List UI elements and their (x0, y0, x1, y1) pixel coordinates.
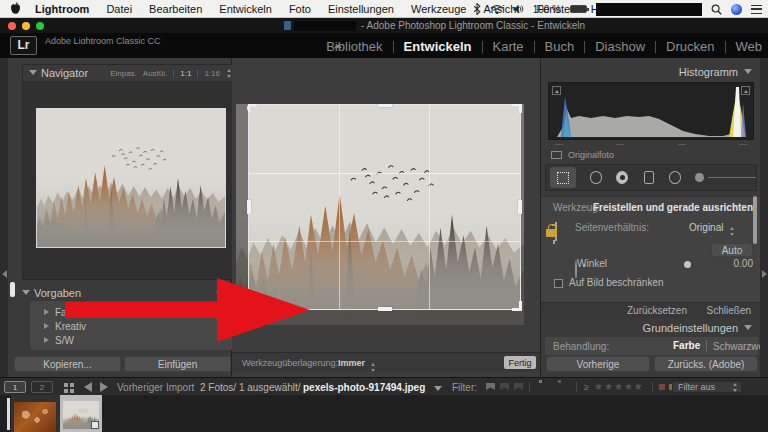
minimize-window-button[interactable] (22, 22, 30, 30)
crop-badge-icon[interactable] (91, 421, 99, 429)
source-breadcrumb[interactable]: Vorheriger Import (117, 382, 194, 393)
radial-filter-tool-icon[interactable] (669, 171, 681, 184)
flag-unflagged-icon[interactable] (500, 383, 509, 390)
tab-buch[interactable]: Buch (524, 39, 575, 54)
shadow-clipping-indicator[interactable] (552, 86, 561, 95)
crop-handle-top-right[interactable] (512, 104, 522, 113)
filmstrip-scroll-indicator[interactable] (7, 398, 10, 430)
right-panel-collapse-strip[interactable] (760, 58, 768, 377)
crop-handle-bottom[interactable] (378, 307, 392, 311)
copy-settings-button[interactable]: Kopieren... (14, 356, 121, 372)
filmstrip-cell[interactable] (11, 395, 60, 432)
tab-diashow[interactable]: Diashow (574, 39, 645, 54)
wifi-icon[interactable] (490, 4, 504, 14)
color-label-red[interactable] (659, 384, 665, 390)
expand-icon[interactable] (44, 309, 49, 315)
next-photo-icon[interactable] (100, 382, 108, 392)
graduated-filter-tool-icon[interactable] (644, 171, 653, 184)
histogram-header[interactable]: Histogramm (541, 64, 760, 80)
close-window-button[interactable] (8, 22, 16, 30)
left-panel-collapse-strip[interactable] (0, 58, 8, 377)
filename-dropdown-icon[interactable] (434, 386, 442, 391)
reset-crop-button[interactable]: Zurücksetzen (627, 305, 687, 316)
menu-einstellungen[interactable]: Einstellungen (328, 3, 394, 15)
zoom-fill-option[interactable]: Ausfül. (143, 69, 167, 78)
search-icon[interactable] (711, 4, 722, 15)
highlight-clipping-indicator[interactable] (741, 86, 750, 95)
thumbnail-photo-1[interactable] (14, 402, 56, 432)
crop-handle-bottom-right[interactable] (512, 301, 522, 311)
basic-collapse-icon[interactable] (744, 325, 752, 330)
zoom-1to1-option[interactable]: 1:1 (180, 69, 191, 78)
flag-reject-icon[interactable] (514, 383, 523, 390)
filter-preset-dropdown[interactable]: Filter aus (672, 381, 742, 393)
menu-werkzeuge[interactable]: Werkzeuge (411, 3, 466, 15)
menu-datei[interactable]: Datei (106, 3, 132, 15)
spot-removal-tool-icon[interactable] (590, 171, 602, 184)
reset-adobe-button[interactable]: Zurücks. (Adobe) (654, 356, 758, 372)
histogram-canvas[interactable] (548, 82, 754, 140)
tool-overlay-dropdown-icon[interactable] (370, 363, 377, 372)
stars-min-operator[interactable]: ≥ (584, 382, 589, 392)
apple-menu-icon[interactable] (10, 2, 21, 15)
close-crop-button[interactable]: Schließen (707, 305, 751, 316)
aspect-lock-icon[interactable] (546, 229, 557, 237)
crop-tool-button[interactable] (550, 167, 576, 188)
bluetooth-icon[interactable] (473, 3, 481, 15)
collapse-right-arrow[interactable] (762, 270, 767, 278)
expand-icon[interactable] (44, 337, 49, 343)
previous-photo-icon[interactable] (84, 382, 92, 392)
main-window-button[interactable]: 1 (4, 381, 26, 393)
flag-pick-icon[interactable] (486, 383, 495, 390)
tab-karte[interactable]: Karte (472, 39, 524, 54)
red-eye-tool-icon[interactable] (616, 171, 628, 184)
tab-entwickeln[interactable]: Entwickeln (383, 39, 472, 54)
zoom-window-button[interactable] (36, 22, 44, 30)
second-window-button[interactable]: 2 (31, 381, 53, 393)
auto-straighten-button[interactable]: Auto (711, 243, 753, 257)
angle-slider-thumb[interactable] (684, 261, 691, 268)
adjustment-brush-tool-icon[interactable] (695, 173, 703, 182)
tool-overlay-value[interactable]: Immer (338, 358, 365, 368)
brush-size-slider[interactable] (708, 177, 756, 178)
filmstrip-cell-selected[interactable] (60, 395, 102, 432)
menu-lightroom[interactable]: Lightroom (35, 3, 89, 15)
vorgaben-collapse-icon[interactable] (22, 290, 30, 295)
constrain-checkbox[interactable] (554, 279, 563, 288)
navigator-header[interactable]: Navigator Einpas. Ausfül. 1:1 1:16 (23, 65, 238, 81)
paste-settings-button[interactable]: Einfügen (124, 356, 231, 372)
menu-bearbeiten[interactable]: Bearbeiten (149, 3, 202, 15)
volume-icon[interactable] (513, 4, 524, 14)
grid-view-icon[interactable] (64, 383, 68, 387)
menu-foto[interactable]: Foto (289, 3, 311, 15)
crop-handle-left[interactable] (247, 200, 251, 214)
navigator-preview-image[interactable] (36, 108, 226, 248)
menu-entwickeln[interactable]: Entwickeln (219, 3, 272, 15)
zoom-ratio-option[interactable]: 1:16 (204, 69, 220, 78)
collapse-left-arrow[interactable] (2, 270, 7, 278)
tab-bibliothek[interactable]: Bibliothek (326, 39, 382, 54)
crop-handle-top-left[interactable] (247, 104, 257, 113)
original-photo-row[interactable]: Originalfoto (551, 150, 614, 160)
siri-icon[interactable] (731, 4, 742, 15)
navigator-collapse-icon[interactable] (29, 70, 37, 75)
treatment-color-option[interactable]: Farbe (673, 340, 700, 351)
star-rating-filter[interactable]: ★★★★★ (594, 381, 644, 392)
zoom-fit-option[interactable]: Einpas. (110, 69, 137, 78)
crop-handle-top[interactable] (378, 104, 392, 107)
selected-filename[interactable]: pexels-photo-917494.jpeg (303, 382, 425, 393)
done-button[interactable]: Fertig (504, 356, 536, 369)
aspect-value[interactable]: Original (689, 222, 723, 233)
tab-web[interactable]: Web (715, 39, 763, 54)
notification-center-icon[interactable] (751, 5, 762, 14)
tab-drucken[interactable]: Drucken (645, 39, 714, 54)
histogram-collapse-icon[interactable] (744, 69, 752, 74)
angle-value[interactable]: 0.00 (734, 258, 753, 269)
basic-panel-header[interactable]: Grundeinstellungen (541, 320, 760, 336)
expand-icon[interactable] (44, 323, 49, 329)
right-scrollbar-thumb[interactable] (753, 196, 757, 244)
aspect-dropdown-icon[interactable] (729, 227, 736, 236)
treatment-row: Behandlung: Farbe Schwarzweiß (545, 337, 758, 355)
previous-button[interactable]: Vorherige (546, 356, 650, 372)
crop-handle-right[interactable] (518, 200, 522, 214)
